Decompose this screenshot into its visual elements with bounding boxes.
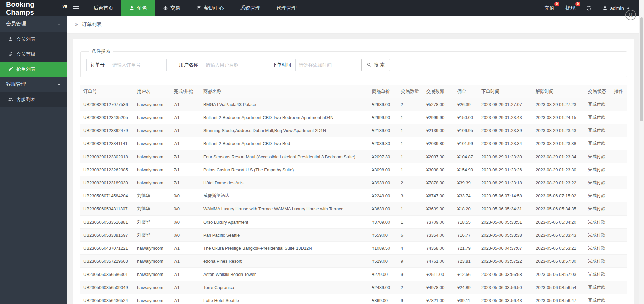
nav-item-1[interactable]: 角色 xyxy=(121,0,155,16)
nav-item-3[interactable]: 帮助中心 xyxy=(189,0,232,16)
sidebar-item-label: 会员等级 xyxy=(16,51,35,57)
table-cell: UB2305060533381597 xyxy=(80,229,134,242)
search-panel-title: 条件搜索 xyxy=(89,48,113,54)
table-row: UB2308290123435205haiwaiymcom7/1Brillian… xyxy=(80,111,627,124)
table-row: UB2305060533516881刘德华0/0Orso Luxury Apar… xyxy=(80,216,627,229)
nav-item-0[interactable]: 后台首页 xyxy=(85,0,121,16)
order-time-input[interactable] xyxy=(296,59,353,71)
sidebar-group-0[interactable]: 会员管理 xyxy=(0,16,67,32)
admin-menu[interactable]: admin xyxy=(602,5,630,11)
sidebar-item-label: 抢单列表 xyxy=(16,66,35,72)
table-cell: 完成付款 xyxy=(585,255,611,268)
table-cell xyxy=(611,137,627,150)
order-no-input[interactable] xyxy=(109,59,167,71)
sidebar-group-label: 客服管理 xyxy=(6,81,26,87)
withdraw-link[interactable]: 提现 0 xyxy=(565,5,575,11)
table-cell: Palms Casino Resort U.S (The Empathy Sui… xyxy=(201,163,369,176)
table-body: UB2308290127077536haiwaiymcom7/1BMGA l V… xyxy=(80,98,627,304)
chevron-down-icon xyxy=(57,22,61,26)
table-cell: 2023-08-29 01:27:07 xyxy=(479,98,533,111)
table-cell: ¥559.00 xyxy=(369,229,398,242)
table-cell xyxy=(611,111,627,124)
sidebar-toggle-button[interactable] xyxy=(67,0,85,16)
column-header-6: 交易数额 xyxy=(424,85,454,98)
column-header-0: 订单号 xyxy=(80,85,134,98)
search-form: 订单号 用户名称 下单时间 搜 索 xyxy=(86,59,621,71)
table-cell: 2 xyxy=(398,98,424,111)
vertical-scrollbar[interactable] xyxy=(639,0,644,304)
table-cell: ¥4358.00 xyxy=(424,242,454,255)
scrollbar-thumb[interactable] xyxy=(640,17,643,121)
table-cell: haiwaiymcom xyxy=(134,150,171,163)
refresh-button[interactable] xyxy=(586,5,592,11)
brand-version: V8 xyxy=(63,4,67,8)
table-cell: ¥2097.30 xyxy=(424,150,454,163)
username-input[interactable] xyxy=(202,59,260,71)
table-cell: 7/1 xyxy=(171,176,201,189)
search-button[interactable]: 搜 索 xyxy=(361,59,390,71)
table-row: UB2308290123341141haiwaiymcom7/1Brillian… xyxy=(80,137,627,150)
table-cell: 1 xyxy=(398,163,424,176)
table-row: UB2308290123189030haiwaiymcom7/1Hôtel Da… xyxy=(80,176,627,189)
table-cell: haiwaiymcom xyxy=(134,111,171,124)
table-cell: 完成付款 xyxy=(585,281,611,294)
table-cell: 威廉斯堡酒店 xyxy=(201,189,369,202)
table-cell: UB2308290127077536 xyxy=(80,98,134,111)
table-cell: UB2308290123189030 xyxy=(80,176,134,189)
table-cell: UB2305060714584204 xyxy=(80,189,134,202)
table-cell: 7/1 xyxy=(171,268,201,281)
table-cell: ¥2511.00 xyxy=(424,268,454,281)
table-cell: 刘德华 xyxy=(134,189,171,202)
sidebar-item-抢单列表[interactable]: 抢单列表 xyxy=(0,62,67,77)
table-cell: ¥2489.00 xyxy=(369,281,398,294)
column-header-11: 操作 xyxy=(611,85,627,98)
hamburger-icon xyxy=(73,6,79,7)
table-cell: ¥2139.00 xyxy=(424,124,454,137)
table-cell: ¥2097.30 xyxy=(369,150,398,163)
table-cell: Stunning Studio,Address Dubai Mall,Burj … xyxy=(201,124,369,137)
sidebar-item-客服列表[interactable]: 客服列表 xyxy=(0,92,67,107)
table-cell: ¥101.99 xyxy=(454,137,479,150)
table-row: UB2305060356436524haiwaiymcom7/1Lotte Ho… xyxy=(80,294,627,304)
username-group: 用户名称 xyxy=(175,59,260,71)
sidebar-group-1[interactable]: 客服管理 xyxy=(0,77,67,92)
table-cell: 7/1 xyxy=(171,242,201,255)
table-cell: edona Pines Resort xyxy=(201,255,369,268)
nav-item-5[interactable]: 代理管理 xyxy=(268,0,305,16)
table-cell: ¥39.39 xyxy=(454,176,479,189)
table-cell xyxy=(611,189,627,202)
flag-icon xyxy=(197,6,202,11)
column-header-8: 下单时间 xyxy=(479,85,533,98)
nav-item-2[interactable]: 交易 xyxy=(155,0,189,16)
table-cell: ¥18.20 xyxy=(454,202,479,216)
sidebar-item-会员列表[interactable]: 会员列表 xyxy=(0,32,67,47)
table-cell: 2023-08-29 01:23:30 xyxy=(479,150,533,163)
table-cell: ¥33.74 xyxy=(454,189,479,202)
table-cell: Aston Waikiki Beach Tower xyxy=(201,268,369,281)
table-cell: ¥26.39 xyxy=(454,98,479,111)
table-cell: 9 xyxy=(398,255,424,268)
brand-logo[interactable]: Booking ChampsV8 xyxy=(0,0,67,16)
sidebar-group-label: 会员管理 xyxy=(6,21,26,27)
table-cell: haiwaiymcom xyxy=(134,176,171,189)
table-cell: 完成付款 xyxy=(585,124,611,137)
table-cell: ¥5278.00 xyxy=(424,98,454,111)
edit-icon xyxy=(8,67,13,72)
table-cell: 1 xyxy=(398,202,424,216)
table-cell: haiwaiymcom xyxy=(134,137,171,150)
table-cell: 完成付款 xyxy=(585,268,611,281)
sidebar-item-会员等级[interactable]: 会员等级 xyxy=(0,47,67,62)
recharge-link[interactable]: 充值 0 xyxy=(544,5,554,11)
table-cell: 2023-05-06 07:14:58 xyxy=(479,189,533,202)
withdraw-badge: 0 xyxy=(575,2,580,6)
nav-item-4[interactable]: 系统管理 xyxy=(232,0,268,16)
table-cell: 0/0 xyxy=(171,229,201,242)
column-header-3: 商品名称 xyxy=(201,85,369,98)
table-cell: 完成付款 xyxy=(585,111,611,124)
table-cell: Torre Capranica xyxy=(201,281,369,294)
table-cell: 1 xyxy=(398,124,424,137)
table-cell: 2023-08-29 01:23:26 xyxy=(479,163,533,176)
table-cell: 2023-05-06 07:15:02 xyxy=(533,189,585,202)
table-cell: ¥4978.00 xyxy=(424,281,454,294)
table-cell: 7/1 xyxy=(171,111,201,124)
